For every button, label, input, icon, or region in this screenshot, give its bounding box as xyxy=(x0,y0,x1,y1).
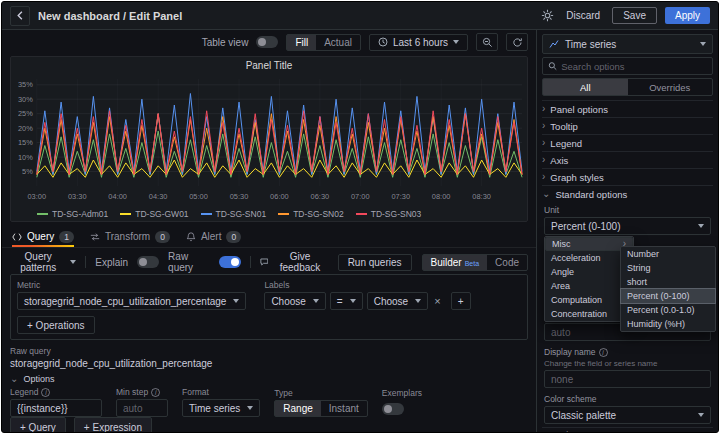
tab-query[interactable]: Query1 xyxy=(12,226,74,247)
legend-swatch xyxy=(120,213,131,215)
unit-option-percent-0-100-[interactable]: Percent (0-100) xyxy=(621,289,715,303)
run-queries-button[interactable]: Run queries xyxy=(338,254,412,271)
remove-label-button[interactable]: × xyxy=(432,295,442,307)
explain-toggle[interactable] xyxy=(137,256,159,268)
svg-text:03:00: 03:00 xyxy=(27,192,46,201)
discard-button[interactable]: Discard xyxy=(562,7,604,24)
unit-option-string[interactable]: String xyxy=(621,261,715,275)
color-scheme-select[interactable]: Classic palette xyxy=(544,406,711,424)
query-editor: Query patterns Explain Raw query Give fe… xyxy=(2,248,536,432)
display-name-label: Display name xyxy=(544,347,596,357)
add-query-button[interactable]: + Query xyxy=(10,417,66,433)
svg-text:07:30: 07:30 xyxy=(391,192,410,201)
options-sidebar: Time series All Overrides ›Panel options… xyxy=(536,30,718,432)
format-label: Format xyxy=(182,387,260,397)
zoom-out-button[interactable] xyxy=(476,33,498,51)
svg-text:03:30: 03:30 xyxy=(68,192,87,201)
no-value-label: No value xyxy=(544,430,711,432)
options-section-graph-styles[interactable]: ›Graph styles xyxy=(542,169,713,186)
query-icon xyxy=(12,232,22,242)
header-bar: New dashboard / Edit Panel Discard Save … xyxy=(2,2,718,30)
chevron-down-icon xyxy=(700,42,706,46)
svg-text:35%: 35% xyxy=(18,80,33,89)
legend-item[interactable]: TD-SG-SN02 xyxy=(278,209,344,219)
time-range-picker[interactable]: Last 6 hours xyxy=(369,34,468,51)
type-range-button[interactable]: Range xyxy=(275,401,320,416)
unit-option-short[interactable]: short xyxy=(621,275,715,289)
panel-title[interactable]: Panel Title xyxy=(11,57,527,73)
builder-button[interactable]: BuilderBeta xyxy=(423,255,488,270)
back-button[interactable] xyxy=(10,6,30,26)
legend-swatch xyxy=(356,213,367,215)
section-label: Panel options xyxy=(550,104,608,115)
add-expression-button[interactable]: + Expression xyxy=(74,417,152,433)
label-operator-select[interactable]: = xyxy=(330,292,363,310)
tab-alert[interactable]: Alert0 xyxy=(186,226,241,247)
info-icon: i xyxy=(41,388,50,397)
metric-select[interactable]: storagegrid_node_cpu_utilization_percent… xyxy=(17,292,246,310)
chevron-down-icon xyxy=(247,406,253,410)
refresh-button[interactable] xyxy=(506,33,528,51)
svg-text:08:30: 08:30 xyxy=(472,192,491,201)
code-button[interactable]: Code xyxy=(487,255,527,270)
exemplars-field: Exemplars xyxy=(382,388,422,417)
section-label: Graph styles xyxy=(550,172,603,183)
format-select[interactable]: Time series xyxy=(182,399,260,417)
legend-label: TD-SG-GW01 xyxy=(135,209,188,219)
options-section-tooltip[interactable]: ›Tooltip xyxy=(542,118,713,135)
gear-icon xyxy=(541,9,554,22)
search-options-input[interactable] xyxy=(561,61,707,72)
legend-item[interactable]: TD-SG-GW01 xyxy=(120,209,188,219)
options-section-legend[interactable]: ›Legend xyxy=(542,135,713,152)
actual-button[interactable]: Actual xyxy=(316,35,360,50)
save-button[interactable]: Save xyxy=(612,7,657,24)
min-step-field: Min stepi xyxy=(116,387,168,417)
tab-count-badge: 1 xyxy=(59,231,74,243)
legend-label: TD-SG-SN02 xyxy=(293,209,344,219)
tab-transform[interactable]: Transform0 xyxy=(90,226,170,247)
display-name-input[interactable] xyxy=(544,370,711,388)
unit-option-humidity-h-[interactable]: Humidity (%H) xyxy=(621,317,715,331)
clock-icon xyxy=(378,37,388,47)
apply-button[interactable]: Apply xyxy=(665,7,710,24)
raw-query-toggle[interactable] xyxy=(219,256,241,268)
legend-item[interactable]: TD-SG-SN03 xyxy=(356,209,422,219)
unit-option-percent-0-0-1-0-[interactable]: Percent (0.0-1.0) xyxy=(621,303,715,317)
toggle-knob xyxy=(384,405,392,413)
svg-text:06:30: 06:30 xyxy=(311,192,330,201)
standard-options-header[interactable]: ⌄ Standard options xyxy=(542,186,713,202)
time-series-chart[interactable]: 5%10%15%20%25%30%35%03:0003:3004:0004:30… xyxy=(11,73,527,206)
unit-select[interactable]: Percent (0-100) xyxy=(544,217,711,235)
add-label-button[interactable]: + xyxy=(451,292,471,310)
label-value-select[interactable]: Choose xyxy=(367,292,428,310)
label-name-select[interactable]: Choose xyxy=(264,292,325,310)
unit-option-number[interactable]: Number xyxy=(621,247,715,261)
legend-input[interactable] xyxy=(10,399,102,417)
svg-text:15%: 15% xyxy=(18,138,33,147)
chevron-right-icon: › xyxy=(542,138,545,148)
options-section-panel-options[interactable]: ›Panel options xyxy=(542,101,713,118)
chevron-right-icon: › xyxy=(542,104,545,114)
exemplars-toggle[interactable] xyxy=(382,403,404,415)
options-section-axis[interactable]: ›Axis xyxy=(542,152,713,169)
divider xyxy=(85,256,86,268)
min-step-input[interactable] xyxy=(116,399,168,417)
legend-item[interactable]: TD-SG-SN01 xyxy=(201,209,267,219)
svg-text:04:30: 04:30 xyxy=(149,192,168,201)
table-view-toggle[interactable] xyxy=(256,36,278,48)
svg-text:08:00: 08:00 xyxy=(432,192,451,201)
filter-overrides-tab[interactable]: Overrides xyxy=(628,79,713,95)
fill-button[interactable]: Fill xyxy=(287,35,316,50)
add-operations-button[interactable]: + Operations xyxy=(17,316,95,334)
query-patterns-button[interactable]: Query patterns xyxy=(10,251,76,273)
type-instant-button[interactable]: Instant xyxy=(321,401,367,416)
legend-item[interactable]: TD-SG-Adm01 xyxy=(37,209,108,219)
panel-settings-button[interactable] xyxy=(541,9,554,22)
filter-all-tab[interactable]: All xyxy=(543,79,628,95)
give-feedback-button[interactable]: Give feedback xyxy=(260,251,328,273)
type-label: Type xyxy=(274,388,368,398)
visualization-picker[interactable]: Time series xyxy=(542,34,713,54)
query-options-toolbar: Query patterns Explain Raw query Give fe… xyxy=(10,252,528,272)
divider xyxy=(250,256,251,268)
options-collapse-header[interactable]: ⌄ Options xyxy=(10,374,528,384)
